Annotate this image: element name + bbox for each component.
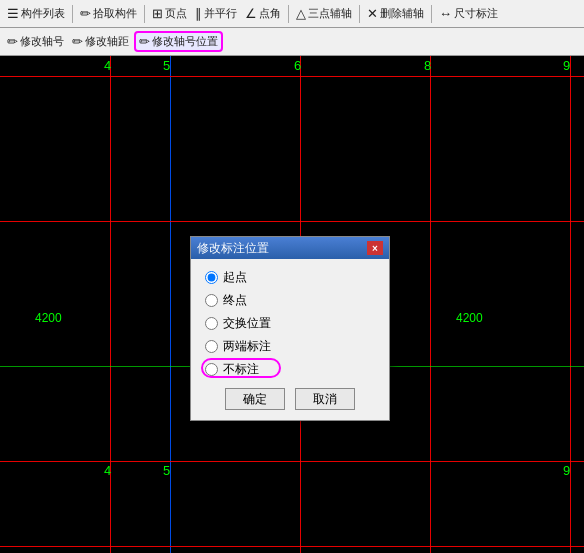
axis-label-6-top: 6: [294, 58, 301, 73]
dim-right: 4200: [456, 311, 483, 325]
radio-both[interactable]: 两端标注: [205, 338, 375, 355]
radio-swap-label: 交换位置: [223, 315, 271, 332]
vline-5: [170, 56, 171, 553]
dialog-title: 修改标注位置: [197, 240, 269, 257]
separator-4: [359, 5, 360, 23]
vline-8: [430, 56, 431, 553]
toolbar-item-angle[interactable]: ∠ 点角: [242, 5, 284, 22]
radio-start-input[interactable]: [205, 271, 218, 284]
pick-icon: ✏: [80, 6, 91, 21]
toolbar-item-page[interactable]: ⊞ 页点: [149, 5, 190, 22]
radio-swap[interactable]: 交换位置: [205, 315, 375, 332]
separator-3: [288, 5, 289, 23]
hline-5: [0, 546, 584, 547]
editnum-icon: ✏: [7, 34, 18, 49]
3point-icon: △: [296, 6, 306, 21]
toolbar-item-delete[interactable]: ✕ 删除辅轴: [364, 5, 427, 22]
separator-2: [144, 5, 145, 23]
dialog-close-button[interactable]: ×: [367, 241, 383, 255]
axis-label-4-bottom: 4: [104, 463, 111, 478]
toolbar-item-dim[interactable]: ↔ 尺寸标注: [436, 5, 501, 22]
canvas-area: 4 5 6 8 9 4 5 9 4200 4200 修改标注位置 × 起点 终点: [0, 56, 584, 553]
axis-label-8-top: 8: [424, 58, 431, 73]
axis-label-9-top: 9: [563, 58, 570, 73]
parallel-icon: ∥: [195, 6, 202, 21]
dialog-cancel-button[interactable]: 取消: [295, 388, 355, 410]
dialog-buttons: 确定 取消: [205, 388, 375, 410]
radio-end-label: 终点: [223, 292, 247, 309]
radio-swap-input[interactable]: [205, 317, 218, 330]
radio-start[interactable]: 起点: [205, 269, 375, 286]
axis-label-9-bottom: 9: [563, 463, 570, 478]
vline-4: [110, 56, 111, 553]
dialog: 修改标注位置 × 起点 终点 交换位置 两端标注: [190, 236, 390, 421]
toolbar-row2: ✏ 修改轴号 ✏ 修改轴距 ✏ 修改轴号位置: [0, 28, 584, 56]
toolbar-item-3point[interactable]: △ 三点辅轴: [293, 5, 355, 22]
separator-5: [431, 5, 432, 23]
radio-end-input[interactable]: [205, 294, 218, 307]
toolbar-item-editdist[interactable]: ✏ 修改轴距: [69, 33, 132, 50]
radio-both-label: 两端标注: [223, 338, 271, 355]
dim-left: 4200: [35, 311, 62, 325]
radio-none-input[interactable]: [205, 363, 218, 376]
hline-4: [0, 461, 584, 462]
axis-label-5-bottom: 5: [163, 463, 170, 478]
hline-1: [0, 76, 584, 77]
radio-none[interactable]: 不标注: [205, 361, 375, 378]
radio-start-label: 起点: [223, 269, 247, 286]
toolbar-item-pick[interactable]: ✏ 拾取构件: [77, 5, 140, 22]
toolbar: ☰ 构件列表 ✏ 拾取构件 ⊞ 页点 ∥ 并平行 ∠ 点角 △ 三点辅轴 ✕ 删…: [0, 0, 584, 28]
axis-label-5-top: 5: [163, 58, 170, 73]
vline-9: [570, 56, 571, 553]
page-icon: ⊞: [152, 6, 163, 21]
editdist-icon: ✏: [72, 34, 83, 49]
toolbar-item-editpos[interactable]: ✏ 修改轴号位置: [134, 31, 223, 52]
separator-1: [72, 5, 73, 23]
radio-end[interactable]: 终点: [205, 292, 375, 309]
list-icon: ☰: [7, 6, 19, 21]
angle-icon: ∠: [245, 6, 257, 21]
toolbar-item-parallel[interactable]: ∥ 并平行: [192, 5, 240, 22]
dim-icon: ↔: [439, 6, 452, 21]
axis-label-4-top: 4: [104, 58, 111, 73]
radio-both-input[interactable]: [205, 340, 218, 353]
toolbar-item-list[interactable]: ☰ 构件列表: [4, 5, 68, 22]
radio-group: 起点 终点 交换位置 两端标注 不标: [205, 269, 375, 378]
dialog-confirm-button[interactable]: 确定: [225, 388, 285, 410]
hline-2: [0, 221, 584, 222]
dialog-body: 起点 终点 交换位置 两端标注 不标: [191, 259, 389, 420]
radio-none-label: 不标注: [223, 361, 259, 378]
dialog-titlebar: 修改标注位置 ×: [191, 237, 389, 259]
editpos-icon: ✏: [139, 34, 150, 49]
toolbar-item-editnum[interactable]: ✏ 修改轴号: [4, 33, 67, 50]
delete-icon: ✕: [367, 6, 378, 21]
